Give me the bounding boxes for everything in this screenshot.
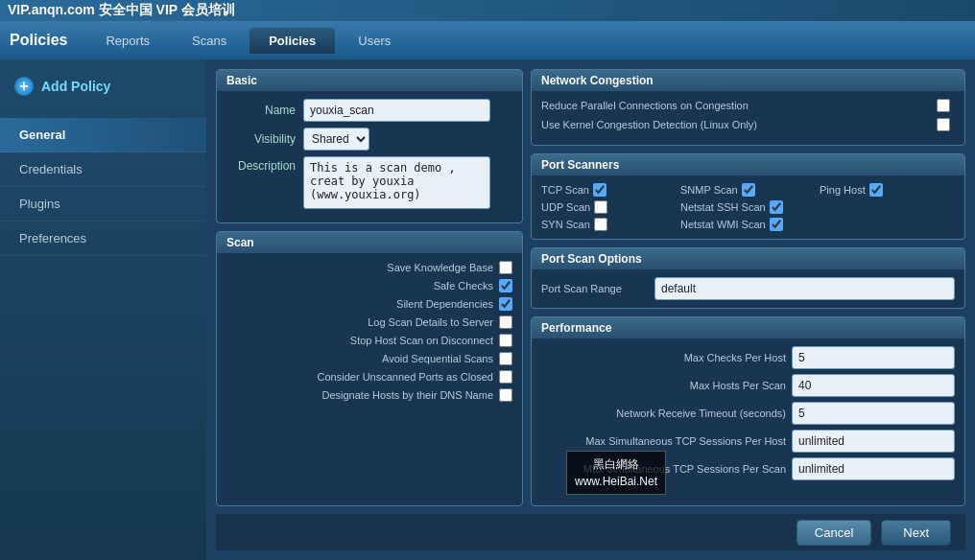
ps-netssh-checkbox[interactable] — [770, 200, 783, 214]
ps-udp-checkbox[interactable] — [594, 200, 607, 214]
add-policy-label: Add Policy — [41, 79, 110, 94]
ps-cell-udp: UDP Scan — [541, 200, 677, 214]
pso-range-input[interactable] — [654, 277, 955, 300]
scan-item-6: Consider Unscanned Ports as Closed — [226, 370, 512, 384]
perf-label-0: Max Checks Per Host — [541, 352, 786, 363]
ps-cell-ping: Ping Host — [820, 183, 955, 197]
nc-item-0-label: Reduce Parallel Connections on Congestio… — [541, 100, 937, 111]
ps-netwmi-checkbox[interactable] — [770, 218, 783, 231]
ps-cell-netssh: Netstat SSH Scan — [680, 200, 816, 214]
ps-grid: TCP Scan SNMP Scan Ping Host — [541, 183, 955, 231]
nav-tab-scans[interactable]: Scans — [173, 28, 246, 54]
ps-body: TCP Scan SNMP Scan Ping Host — [532, 175, 964, 239]
perf-input-1[interactable] — [792, 374, 955, 397]
perf-title: Performance — [532, 317, 964, 338]
port-scan-options-section: Port Scan Options Port Scan Range — [531, 247, 965, 309]
pso-title: Port Scan Options — [532, 248, 964, 269]
scan-item-3-label: Log Scan Details to Server — [368, 316, 493, 328]
nav-tab-reports[interactable]: Reports — [86, 28, 169, 54]
scan-item-0-label: Save Knowledge Base — [387, 262, 493, 273]
main-content: + Add Policy General Credentials Plugins… — [0, 59, 975, 560]
description-row: Description This is a scan demo , creat … — [226, 156, 512, 209]
ps-tcp-label: TCP Scan — [541, 184, 589, 196]
scan-item-7-checkbox[interactable] — [499, 388, 512, 402]
nav-logo: Policies — [10, 32, 67, 49]
ps-netssh-label: Netstat SSH Scan — [680, 201, 766, 213]
perf-row-1: Max Hosts Per Scan — [541, 374, 955, 397]
port-scanners-section: Port Scanners TCP Scan SNMP Scan — [531, 153, 965, 240]
scan-item-5-label: Avoid Sequential Scans — [382, 353, 493, 364]
pso-body: Port Scan Range — [532, 269, 964, 308]
top-banner: VIP.anqn.com 安全中国 VIP 会员培训 — [0, 0, 975, 21]
perf-row-0: Max Checks Per Host — [541, 346, 955, 369]
ps-udp-label: UDP Scan — [541, 201, 590, 213]
nav-tab-users[interactable]: Users — [339, 28, 410, 54]
scan-title: Scan — [217, 232, 522, 253]
pso-range-label: Port Scan Range — [541, 283, 647, 294]
bottom-bar: Cancel Next — [216, 514, 965, 550]
sidebar-item-plugins[interactable]: Plugins — [0, 187, 206, 222]
name-row: Name — [226, 99, 512, 122]
scan-body: Save Knowledge Base Safe Checks Silent D… — [217, 253, 522, 414]
ps-syn-checkbox[interactable] — [594, 218, 607, 231]
description-input[interactable]: This is a scan demo , creat by youxia (w… — [303, 156, 490, 209]
visibility-select[interactable]: Shared Private — [303, 128, 369, 151]
scan-item-0-checkbox[interactable] — [499, 261, 512, 274]
visibility-label: Visibility — [226, 132, 303, 146]
sidebar-item-general[interactable]: General — [0, 118, 206, 152]
ps-cell-netwmi: Netstat WMI Scan — [680, 218, 816, 231]
cancel-button[interactable]: Cancel — [797, 520, 871, 546]
scan-item-1-label: Safe Checks — [434, 280, 493, 292]
perf-label-2: Network Receive Timeout (seconds) — [541, 408, 786, 419]
scan-item-4: Stop Host Scan on Disconnect — [226, 334, 512, 347]
ps-ping-checkbox[interactable] — [869, 183, 883, 197]
perf-input-4[interactable] — [792, 457, 955, 480]
perf-input-3[interactable] — [792, 430, 955, 453]
sidebar-item-credentials[interactable]: Credentials — [0, 152, 206, 187]
scan-item-1: Safe Checks — [226, 279, 512, 292]
next-button[interactable]: Next — [881, 520, 951, 546]
scan-item-2-checkbox[interactable] — [499, 297, 512, 311]
nc-title: Network Congestion — [532, 70, 964, 91]
ps-ping-label: Ping Host — [820, 184, 866, 196]
nav-bar: Policies Reports Scans Policies Users — [0, 21, 975, 59]
panels-row: Basic Name Visibility Shared Private — [216, 69, 965, 506]
nc-item-0: Reduce Parallel Connections on Congestio… — [541, 99, 955, 112]
right-panels: Network Congestion Reduce Parallel Conne… — [531, 69, 965, 506]
description-label: Description — [226, 156, 303, 173]
basic-section: Basic Name Visibility Shared Private — [216, 69, 523, 223]
nav-tab-policies[interactable]: Policies — [250, 28, 335, 54]
scan-item-6-checkbox[interactable] — [499, 370, 512, 384]
watermark-line1: 黑白網絡 — [575, 455, 657, 473]
nc-item-0-checkbox[interactable] — [937, 99, 950, 112]
scan-item-4-checkbox[interactable] — [499, 334, 512, 347]
scan-item-1-checkbox[interactable] — [499, 279, 512, 292]
basic-title: Basic — [217, 70, 522, 91]
scan-item-7: Designate Hosts by their DNS Name — [226, 388, 512, 402]
perf-input-0[interactable] — [792, 346, 955, 369]
visibility-row: Visibility Shared Private — [226, 128, 512, 151]
name-input[interactable] — [303, 99, 490, 122]
scan-item-6-label: Consider Unscanned Ports as Closed — [318, 371, 493, 383]
watermark-line2: www.HeiBai.Net — [575, 473, 657, 490]
perf-label-3: Max Simultaneous TCP Sessions Per Host — [541, 435, 786, 447]
ps-cell-tcp: TCP Scan — [541, 183, 677, 197]
nc-item-1-label: Use Kernel Congestion Detection (Linux O… — [541, 119, 937, 130]
basic-body: Name Visibility Shared Private Descripti… — [217, 91, 522, 222]
ps-netwmi-label: Netstat WMI Scan — [680, 219, 766, 230]
add-policy-icon: + — [14, 77, 34, 96]
scan-item-2: Silent Dependencies — [226, 297, 512, 311]
scan-item-5-checkbox[interactable] — [499, 352, 512, 365]
nc-body: Reduce Parallel Connections on Congestio… — [532, 91, 964, 145]
perf-input-2[interactable] — [792, 402, 955, 425]
ps-cell-syn: SYN Scan — [541, 218, 677, 231]
ps-snmp-checkbox[interactable] — [742, 183, 755, 197]
ps-tcp-checkbox[interactable] — [593, 183, 606, 197]
ps-title: Port Scanners — [532, 154, 964, 175]
ps-snmp-label: SNMP Scan — [680, 184, 738, 196]
pso-row: Port Scan Range — [541, 277, 955, 300]
scan-item-3-checkbox[interactable] — [499, 315, 512, 329]
nc-item-1-checkbox[interactable] — [937, 118, 950, 131]
add-policy-button[interactable]: + Add Policy — [0, 69, 206, 104]
sidebar-item-preferences[interactable]: Preferences — [0, 222, 206, 256]
